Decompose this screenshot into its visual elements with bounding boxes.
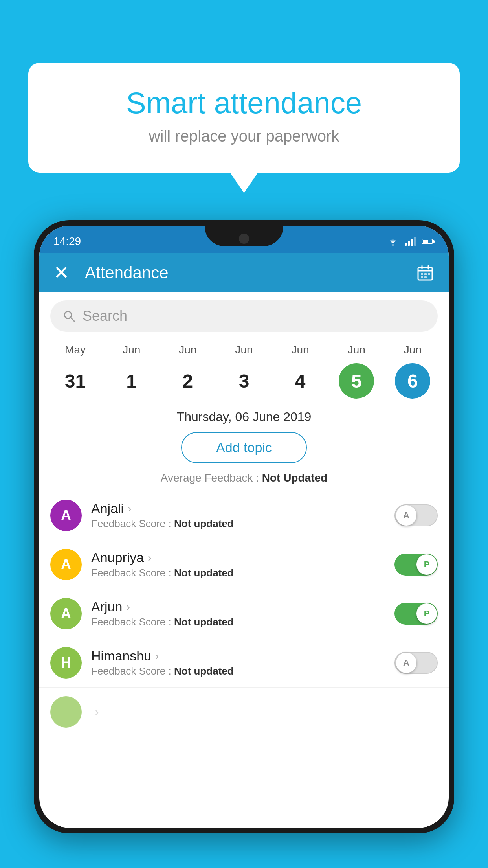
calendar-months-row: May Jun Jun Jun Jun Jun <box>47 344 441 360</box>
cal-col-2[interactable]: Jun <box>162 344 213 360</box>
cal-month-5: Jun <box>348 344 365 356</box>
calendar-strip: May Jun Jun Jun Jun Jun <box>39 336 449 403</box>
wifi-icon <box>387 237 399 246</box>
selected-date-label: Thursday, 06 June 2019 <box>39 403 449 428</box>
student-item-anupriya[interactable]: A Anupriya › Feedback Score : Not update… <box>39 540 449 589</box>
student-info-himanshu: Himanshu › Feedback Score : Not updated <box>91 648 394 677</box>
svg-line-11 <box>71 318 74 321</box>
cal-date-5-today: 5 <box>339 363 374 399</box>
cal-month-1: Jun <box>123 344 140 356</box>
svg-rect-8 <box>421 276 423 278</box>
cal-month-0: May <box>65 344 86 356</box>
student-info-partial: › <box>91 706 438 718</box>
svg-rect-7 <box>428 273 430 275</box>
cal-col-0[interactable]: May <box>50 344 101 360</box>
student-name-arjun: Arjun › <box>91 599 394 614</box>
toggle-arjun[interactable]: P <box>394 603 438 625</box>
battery-icon <box>422 239 435 244</box>
cal-date-col-4[interactable]: 4 <box>275 363 326 399</box>
chevron-right-icon: › <box>128 502 131 515</box>
student-item-arjun[interactable]: A Arjun › Feedback Score : Not updated P <box>39 589 449 638</box>
cal-col-6[interactable]: Jun <box>387 344 438 360</box>
student-name-anupriya: Anupriya › <box>91 550 394 565</box>
chevron-right-icon: › <box>155 650 159 662</box>
cal-date-3: 3 <box>226 363 262 399</box>
calendar-icon[interactable] <box>416 263 435 282</box>
speech-bubble-subtitle: will replace your paperwork <box>60 127 428 145</box>
student-name-himanshu: Himanshu › <box>91 648 394 664</box>
cal-col-4[interactable]: Jun <box>275 344 326 360</box>
avatar-anjali: A <box>50 500 82 531</box>
speech-bubble: Smart attendance will replace your paper… <box>28 63 460 173</box>
cal-date-1: 1 <box>114 363 149 399</box>
svg-rect-9 <box>424 276 427 278</box>
student-feedback-anjali: Feedback Score : Not updated <box>91 518 394 530</box>
signal-bars-icon <box>405 237 416 246</box>
app-bar-title: Attendance <box>85 263 416 282</box>
cal-date-col-0[interactable]: 31 <box>50 363 101 399</box>
calendar-dates-row: 31 1 2 3 4 5 <box>47 363 441 399</box>
phone-body: 14:29 <box>34 220 454 833</box>
student-info-anjali: Anjali › Feedback Score : Not updated <box>91 501 394 530</box>
phone-frame: 14:29 <box>34 220 454 868</box>
avatar-anupriya: A <box>50 549 82 580</box>
search-icon <box>62 309 76 323</box>
student-feedback-arjun: Feedback Score : Not updated <box>91 616 394 628</box>
svg-rect-6 <box>424 273 427 275</box>
search-input[interactable]: Search <box>83 308 127 324</box>
student-item-anjali[interactable]: A Anjali › Feedback Score : Not updated … <box>39 491 449 540</box>
cal-date-col-3[interactable]: 3 <box>218 363 270 399</box>
student-item-partial: › <box>39 687 449 736</box>
search-bar[interactable]: Search <box>50 300 438 332</box>
status-icons <box>387 237 435 246</box>
student-name-partial: › <box>91 706 438 718</box>
close-button[interactable]: ✕ <box>53 263 69 282</box>
cal-date-31: 31 <box>58 363 93 399</box>
cal-col-5[interactable]: Jun <box>331 344 382 360</box>
chevron-right-icon: › <box>148 552 151 564</box>
search-container: Search <box>39 292 449 336</box>
toggle-anjali[interactable]: A <box>394 504 438 526</box>
cal-date-2: 2 <box>170 363 205 399</box>
student-item-himanshu[interactable]: H Himanshu › Feedback Score : Not update… <box>39 638 449 687</box>
student-info-anupriya: Anupriya › Feedback Score : Not updated <box>91 550 394 579</box>
svg-rect-5 <box>421 273 423 275</box>
speech-bubble-title: Smart attendance <box>60 86 428 120</box>
cal-date-col-5[interactable]: 5 <box>331 363 382 399</box>
cal-date-col-1[interactable]: 1 <box>106 363 157 399</box>
avatar-partial <box>50 696 82 728</box>
cal-col-1[interactable]: Jun <box>106 344 157 360</box>
cal-month-4: Jun <box>292 344 309 356</box>
toggle-anupriya[interactable]: P <box>394 554 438 576</box>
svg-point-0 <box>392 244 394 246</box>
phone-camera <box>239 234 249 244</box>
cal-date-6-selected: 6 <box>395 363 430 399</box>
cal-month-6: Jun <box>404 344 422 356</box>
average-feedback-label: Average Feedback : <box>161 472 259 484</box>
cal-month-3: Jun <box>235 344 253 356</box>
phone-screen: 14:29 <box>39 226 449 828</box>
avatar-arjun: A <box>50 598 82 629</box>
student-info-arjun: Arjun › Feedback Score : Not updated <box>91 599 394 628</box>
cal-month-2: Jun <box>179 344 196 356</box>
add-topic-button[interactable]: Add topic <box>181 432 307 463</box>
cal-date-4: 4 <box>283 363 318 399</box>
avatar-himanshu: H <box>50 647 82 679</box>
cal-col-3[interactable]: Jun <box>218 344 270 360</box>
phone-notch <box>205 226 283 246</box>
student-name-anjali: Anjali › <box>91 501 394 516</box>
student-list: A Anjali › Feedback Score : Not updated … <box>39 491 449 736</box>
student-feedback-anupriya: Feedback Score : Not updated <box>91 567 394 579</box>
cal-date-col-6[interactable]: 6 <box>387 363 438 399</box>
chevron-right-icon: › <box>126 601 130 613</box>
average-feedback-value: Not Updated <box>262 472 327 484</box>
cal-date-col-2[interactable]: 2 <box>162 363 213 399</box>
chevron-right-icon: › <box>95 706 99 718</box>
student-feedback-himanshu: Feedback Score : Not updated <box>91 665 394 677</box>
average-feedback: Average Feedback : Not Updated <box>39 469 449 491</box>
toggle-himanshu[interactable]: A <box>394 652 438 674</box>
app-bar: ✕ Attendance <box>39 253 449 292</box>
